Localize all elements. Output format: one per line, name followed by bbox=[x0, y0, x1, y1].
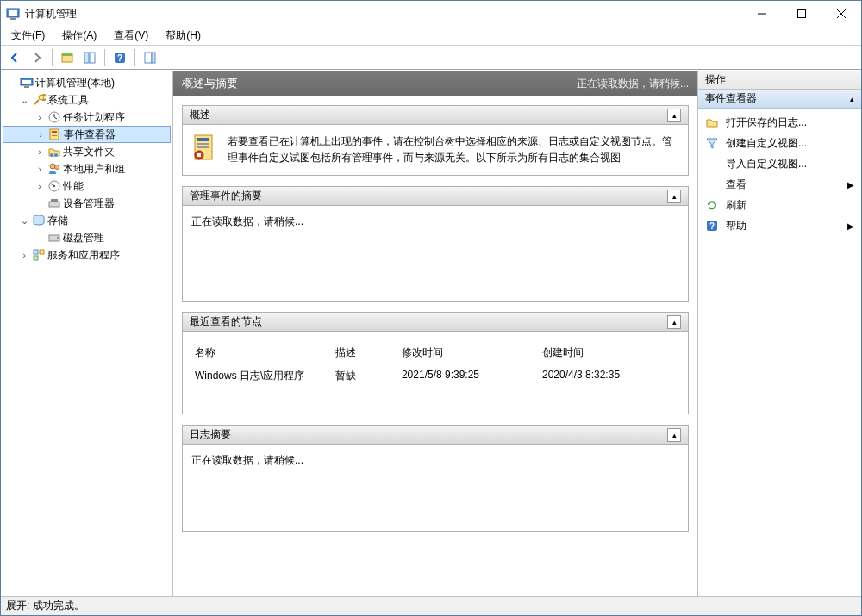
action-view[interactable]: 查看 ▶ bbox=[698, 174, 861, 195]
svg-rect-4 bbox=[798, 10, 806, 18]
panel-title: 概述 bbox=[190, 108, 210, 122]
svg-rect-37 bbox=[34, 256, 38, 260]
tree-event-viewer[interactable]: › 事件查看器 bbox=[3, 126, 171, 143]
back-button[interactable] bbox=[4, 48, 25, 67]
tree-system-tools[interactable]: ⌄ 系统工具 bbox=[3, 91, 171, 109]
expand-icon[interactable]: › bbox=[18, 250, 30, 260]
toolbar-separator bbox=[134, 49, 135, 66]
tree-performance[interactable]: › 性能 bbox=[3, 177, 171, 195]
disk-icon bbox=[47, 231, 61, 245]
collapse-icon[interactable]: ⌄ bbox=[18, 215, 30, 227]
navigation-tree[interactable]: 计算机管理(本地) ⌄ 系统工具 › 任务计划程序 › 事件查看器 › 共享文件… bbox=[1, 71, 173, 596]
panel-header[interactable]: 管理事件的摘要 ▴ bbox=[183, 187, 688, 206]
actions-pane: 操作 事件查看器 ▴ 打开保存的日志... 创建自定义视图... 导入自定义视图… bbox=[697, 71, 861, 596]
expand-icon[interactable]: › bbox=[34, 129, 47, 140]
actions-header: 操作 bbox=[698, 71, 861, 90]
panel-title: 最近查看的节点 bbox=[190, 314, 262, 329]
tree-task-scheduler[interactable]: › 任务计划程序 bbox=[3, 109, 171, 126]
col-name[interactable]: 名称 bbox=[191, 344, 332, 362]
svg-rect-10 bbox=[90, 53, 95, 63]
menu-view[interactable]: 查看(V) bbox=[110, 27, 152, 45]
panel-header[interactable]: 最近查看的节点 ▴ bbox=[183, 313, 688, 332]
table-header: 名称 描述 修改时间 创建时间 bbox=[191, 340, 679, 365]
maximize-button[interactable] bbox=[782, 1, 821, 27]
expand-icon[interactable]: › bbox=[34, 112, 46, 122]
action-label: 帮助 bbox=[726, 219, 746, 233]
collapse-icon[interactable]: ▴ bbox=[850, 95, 854, 103]
svg-rect-30 bbox=[49, 202, 59, 207]
tools-icon bbox=[32, 93, 46, 107]
svg-rect-31 bbox=[51, 199, 58, 202]
tree-label: 服务和应用程序 bbox=[47, 248, 120, 263]
filter-icon bbox=[705, 136, 719, 150]
window-title: 计算机管理 bbox=[25, 7, 742, 22]
svg-text:?: ? bbox=[709, 221, 715, 231]
tree-label: 性能 bbox=[63, 179, 84, 194]
show-hide-tree-button[interactable] bbox=[57, 48, 78, 67]
menu-action[interactable]: 操作(A) bbox=[59, 27, 100, 45]
loading-text: 正在读取数据，请稍候... bbox=[191, 454, 303, 466]
services-icon bbox=[32, 248, 46, 262]
cell-modified: 2021/5/8 9:39:25 bbox=[398, 367, 539, 385]
collapse-icon[interactable]: ▴ bbox=[667, 109, 681, 122]
menu-file[interactable]: 文件(F) bbox=[8, 27, 48, 45]
help-button[interactable]: ? bbox=[109, 48, 130, 67]
content-title: 概述与摘要 bbox=[182, 76, 238, 91]
expand-icon[interactable]: › bbox=[34, 146, 46, 157]
tree-root[interactable]: 计算机管理(本地) bbox=[3, 74, 171, 91]
tree-local-users[interactable]: › 本地用户和组 bbox=[3, 160, 171, 177]
menu-help[interactable]: 帮助(H) bbox=[162, 27, 204, 45]
forward-button[interactable] bbox=[27, 48, 47, 67]
collapse-icon[interactable]: ▴ bbox=[667, 428, 681, 442]
action-create-custom-view[interactable]: 创建自定义视图... bbox=[698, 133, 861, 153]
action-import-custom-view[interactable]: 导入自定义视图... bbox=[698, 153, 861, 174]
col-modified[interactable]: 修改时间 bbox=[398, 344, 539, 362]
overview-panel: 概述 ▴ 若要查看已在计算机上出现的事件，请在控制台树中选择相应的来源、日志或自… bbox=[182, 105, 689, 176]
svg-point-26 bbox=[50, 164, 55, 169]
svg-point-25 bbox=[54, 153, 58, 157]
collapse-icon[interactable]: ▴ bbox=[667, 315, 681, 329]
actions-subheader[interactable]: 事件查看器 ▴ bbox=[698, 90, 861, 109]
event-log-icon bbox=[191, 134, 219, 161]
action-pane-button[interactable] bbox=[140, 48, 160, 67]
svg-rect-17 bbox=[24, 86, 29, 88]
tree-disk-management[interactable]: 磁盘管理 bbox=[3, 229, 171, 246]
minimize-button[interactable] bbox=[742, 1, 782, 27]
svg-rect-43 bbox=[197, 153, 201, 157]
svg-rect-39 bbox=[197, 138, 209, 141]
svg-rect-40 bbox=[197, 143, 209, 145]
panel-header[interactable]: 概述 ▴ bbox=[183, 106, 688, 125]
device-icon bbox=[47, 196, 61, 210]
collapse-icon[interactable]: ⌄ bbox=[18, 95, 30, 106]
svg-rect-36 bbox=[40, 250, 44, 254]
tree-device-manager[interactable]: 设备管理器 bbox=[3, 195, 171, 212]
table-row[interactable]: Windows 日志\应用程序 暂缺 2021/5/8 9:39:25 2020… bbox=[191, 365, 679, 387]
svg-rect-13 bbox=[145, 53, 152, 63]
col-desc[interactable]: 描述 bbox=[332, 344, 398, 362]
clock-icon bbox=[47, 110, 61, 124]
loading-text: 正在读取数据，请稍候... bbox=[577, 77, 689, 91]
expand-icon[interactable]: › bbox=[34, 164, 46, 174]
svg-point-18 bbox=[39, 95, 44, 100]
actions-title: 操作 bbox=[705, 72, 726, 87]
panel-title: 管理事件的摘要 bbox=[190, 189, 262, 203]
svg-point-27 bbox=[55, 165, 59, 170]
menu-bar: 文件(F) 操作(A) 查看(V) 帮助(H) bbox=[1, 27, 861, 46]
action-refresh[interactable]: 刷新 bbox=[698, 195, 861, 215]
tree-label: 系统工具 bbox=[47, 93, 89, 108]
col-created[interactable]: 创建时间 bbox=[539, 344, 679, 362]
tree-storage[interactable]: ⌄ 存储 bbox=[3, 212, 171, 229]
tree-shared-folders[interactable]: › 共享文件夹 bbox=[3, 143, 171, 160]
collapse-icon[interactable]: ▴ bbox=[667, 190, 681, 203]
close-button[interactable] bbox=[821, 1, 861, 27]
action-open-saved-log[interactable]: 打开保存的日志... bbox=[698, 112, 861, 133]
expand-icon[interactable]: › bbox=[34, 181, 46, 191]
panel-header[interactable]: 日志摘要 ▴ bbox=[183, 426, 688, 445]
svg-point-24 bbox=[50, 153, 53, 157]
tree-label: 本地用户和组 bbox=[63, 162, 125, 177]
action-help[interactable]: ? 帮助 ▶ bbox=[698, 215, 861, 236]
log-summary-panel: 日志摘要 ▴ 正在读取数据，请稍候... bbox=[182, 425, 689, 532]
tree-services-apps[interactable]: › 服务和应用程序 bbox=[3, 246, 171, 264]
content-header: 概述与摘要 正在读取数据，请稍候... bbox=[173, 71, 697, 96]
properties-button[interactable] bbox=[79, 48, 100, 67]
